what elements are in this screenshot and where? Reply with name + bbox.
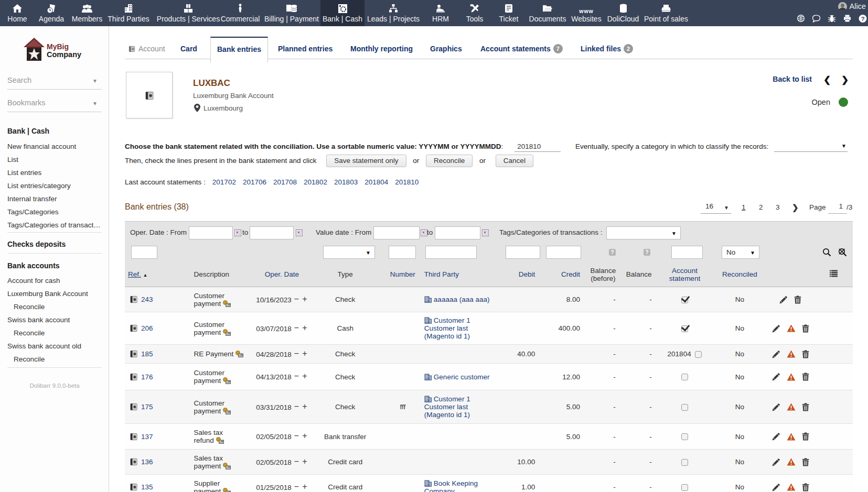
svg-text:?: ?: [861, 15, 864, 22]
svg-text:Company: Company: [47, 50, 81, 59]
svg-text:MyBig: MyBig: [47, 42, 69, 51]
